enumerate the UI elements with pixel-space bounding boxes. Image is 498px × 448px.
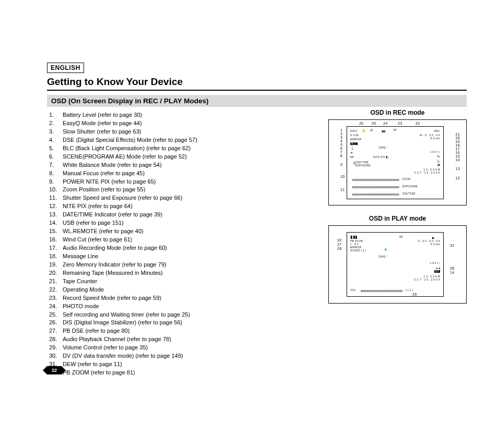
osd-list-text: Shutter Speed and Exposure (refer to pag… (63, 194, 182, 202)
callout-num: 7 (340, 150, 342, 154)
nitepix: NITE PIX (373, 156, 385, 159)
osd-list-num: 3. (47, 128, 63, 136)
osd-list-num: 2. (47, 119, 63, 128)
osd-list-text: DEW (refer to page 11) (63, 360, 122, 369)
osd-list-item: 30.DV (DV data transfer mode) (refer to … (47, 352, 319, 360)
osd-list-item: 21.Tape Counter (47, 277, 319, 286)
usb-icon: ⇄ (437, 163, 441, 167)
osd-list-item: 28.Audio Playback Channel (refer to page… (47, 335, 319, 344)
callout-num: 14 (450, 271, 454, 274)
vol-lbl: VOL. (350, 289, 357, 292)
osd-list-text: Remaining Tape (Measured in Minutes) (63, 269, 163, 277)
pbzoom: PB ZOOM (350, 240, 363, 243)
osd-list-item: 13.DATE/TIME Indicator (refer to page 39… (47, 211, 319, 219)
callout-num: 32 (337, 238, 341, 242)
zoom-lbl: ZOOM (402, 178, 411, 180)
rec-label: REC (434, 130, 440, 132)
osd-list-text: Audio Playback Channel (refer to page 78… (63, 335, 171, 344)
callout-num: 9 (340, 163, 342, 166)
osd-list-item: 6.SCENE(PROGRAM AE) Mode (refer to page … (47, 153, 319, 161)
callout-num: 18 (456, 143, 460, 147)
pbzoom-x: x . 3 X (350, 243, 359, 246)
osd-list-num: 13. (47, 211, 63, 219)
callout-num: 20 (456, 136, 460, 140)
wb-icon: ☀ (350, 151, 353, 154)
callout-num: 11 (340, 188, 345, 191)
osd-list-num: 5. (47, 144, 63, 153)
osd-list-item: 9.POWER NITE PIX (refer to page 65) (47, 178, 319, 186)
osd-list-item: 18.Message Line (47, 252, 319, 261)
osd-list-item: 31.DEW (refer to page 11) (47, 360, 319, 369)
osd-list-item: 27.PB DSE (refer to page 80) (47, 327, 319, 335)
callout-num: 2 (340, 132, 342, 136)
play-bits: 1 6 b i t (430, 262, 440, 264)
callout-num: 24 (383, 122, 387, 125)
rec-diagram: EASY ✋ ⏱ 📷 SP REC S.1/30 M - 0 : 0 0 : 0… (328, 119, 467, 205)
osd-list-text: Self recording and Waiting timer (refer … (63, 311, 190, 319)
tape-counter: M - 0 : 0 0 : 0 0 (420, 134, 440, 137)
page-title: Getting to Know Your Device (47, 76, 467, 91)
play-date: O C T . 1 0 , 2 0 0 4 (414, 279, 440, 281)
date: O C T . 1 0 , 2 0 0 4 (414, 172, 440, 174)
osd-list-item: 24.PHOTO mode (47, 302, 319, 311)
nitepix-icon: ◐ (386, 155, 389, 159)
callout-num: 13 (456, 167, 460, 171)
camera-icon: 📷 (382, 129, 386, 132)
osd-list-text: DV (DV data transfer mode) (refer to pag… (63, 352, 183, 360)
osd-list-num: 24. (47, 302, 63, 311)
hand-icon: ✋ (362, 129, 366, 132)
osd-list-text: Volume Control (refer to page 35) (63, 344, 148, 352)
callout-num: 31 (450, 244, 454, 247)
osd-list-text: Wind Cut (refer to page 61) (63, 236, 132, 244)
osd-list-text: Operating Mode (63, 286, 104, 294)
osd-list-text: DATE/TIME Indicator (refer to page 39) (63, 211, 162, 219)
osd-list-item: 2.EasyQ Mode (refer to page 44) (47, 119, 319, 128)
play-tape-msg: TAPE ! (378, 256, 387, 258)
audio-bits: 1 6 b i t (430, 151, 440, 153)
mirror: MIRROR (350, 138, 361, 141)
osd-list-num: 8. (47, 169, 63, 178)
osd-list-text: DIS (Digital Image Stabilizer) (refer to… (63, 319, 182, 327)
osd-list-item: 32.PB ZOOM (refer to page 81) (47, 369, 319, 377)
osd-list-item: 3.Slow Shutter (refer to page 63) (47, 128, 319, 136)
osd-list-item: 20.Remaining Tape (Measured in Minutes) (47, 269, 319, 277)
osd-list-num: 17. (47, 244, 63, 252)
callout-num: 30 (450, 267, 454, 270)
battery-icon: ▮▮▮ (350, 235, 358, 239)
time: 1 2 : 0 0 A M (423, 168, 440, 171)
rec-easy: EASY (350, 130, 358, 132)
play-mirror: MIRROR (350, 246, 361, 249)
osd-list-num: 21. (47, 277, 63, 286)
osd-list-item: 22.Operating Mode (47, 286, 319, 294)
osd-list-item: 29.Volume Control (refer to page 35) (47, 344, 319, 352)
rec-diagram-title: OSD in REC mode (328, 109, 467, 116)
osd-list-text: Message Line (63, 252, 99, 261)
callout-num: 15 (456, 154, 460, 158)
osd-list-text: WL.REMOTE (refer to page 40) (63, 227, 144, 236)
osd-list-num: 23. (47, 294, 63, 302)
osd-list-num: 25. (47, 311, 63, 319)
osd-list-num: 19. (47, 261, 63, 269)
osd-list-num: 4. (47, 136, 63, 144)
osd-list-text: DSE (Digital Special Effects) Mode (refe… (63, 136, 197, 144)
osd-list-num: 27. (47, 327, 63, 335)
osd-list-item: 19.Zero Memory Indicator (refer to page … (47, 261, 319, 269)
osd-list-num: 30. (47, 352, 63, 360)
osd-list-text: Zoom Position (refer to page 55) (63, 186, 145, 194)
osd-list-num: 10. (47, 186, 63, 194)
osd-list-num: 12. (47, 202, 63, 211)
osd-list-text: POWER NITE PIX (refer to page 65) (63, 178, 156, 186)
sp-icon-play: SP (399, 236, 403, 238)
osd-list-item: 26.DIS (Digital Image Stabilizer) (refer… (47, 319, 319, 327)
callout-num: 12 (456, 176, 460, 180)
play-diagram: ▮▮▮ PB ZOOM x . 3 X SP ▶ 0 : 0 0 : 0 0 :… (328, 225, 467, 304)
sh-lbl: SHUTTER (402, 192, 416, 195)
vol-val: [ 1 1 ] (406, 289, 413, 292)
osd-list-item: 11.Shutter Speed and Exposure (refer to … (47, 194, 319, 202)
callout-num: 17 (456, 147, 460, 151)
blc: BLC (350, 142, 358, 145)
osd-list-text: Battery Level (refer to page 30) (63, 111, 142, 119)
callout-num: 10 (340, 175, 345, 178)
osd-list-text: Manual Focus (refer to page 45) (63, 169, 145, 178)
osd-list-item: 23.Record Speed Mode (refer to page 59) (47, 294, 319, 302)
